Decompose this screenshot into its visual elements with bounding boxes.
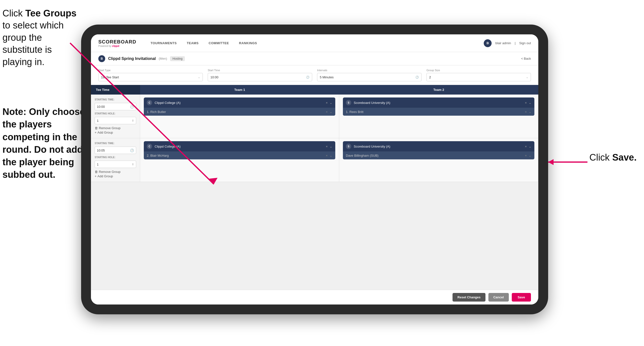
back-button[interactable]: Back: [521, 57, 531, 60]
player-row-3: 2. Blair McHarg × ⌄: [144, 151, 335, 159]
close-icon-3[interactable]: ×: [525, 101, 527, 105]
clock-icon-2: 🕐: [416, 76, 419, 79]
reset-changes-button[interactable]: Reset Changes: [452, 293, 486, 302]
team1-group-2[interactable]: C Clippd College (A) × ⌄ 2. Blair McHarg…: [144, 141, 335, 159]
start-time-label: Start Time: [208, 69, 312, 72]
team2-badge-1: S: [346, 100, 351, 105]
player-name-1: 1. Rich Butler: [147, 110, 166, 114]
team2-group-header-2: S Scoreboard University (A) × ⌄: [343, 141, 534, 151]
chevron-up-icon-3[interactable]: ⌄: [330, 145, 332, 148]
nav-tournaments[interactable]: TOURNAMENTS: [146, 39, 181, 47]
cancel-button[interactable]: Cancel: [488, 293, 509, 302]
team1-group-1[interactable]: C Clippd College (A) × ⌄ 1. Rich Butler …: [144, 97, 335, 116]
hole-input-1[interactable]: 1 ⇕: [95, 117, 136, 124]
nav-committee[interactable]: COMMITTEE: [204, 39, 234, 47]
divider: |: [515, 41, 516, 45]
start-type-value: 1st Tee Start: [101, 75, 119, 79]
team1-badge-2: C: [147, 144, 152, 149]
player-ctrl-1: × ⌄: [326, 110, 332, 114]
table-row: STARTING TIME: 10:00 🕐 STARTING HOLE: 1 …: [91, 94, 538, 138]
nav-rankings[interactable]: RANKINGS: [234, 39, 261, 47]
chevron-down-icon: ⌄: [198, 76, 200, 79]
hosting-badge: Hosting: [170, 56, 185, 61]
close-icon-6[interactable]: ×: [326, 154, 328, 157]
scoreboard-logo: SCOREBOARD Powered by clippd: [98, 39, 136, 47]
table-header: Tee Time Team 1 Team 2: [91, 85, 538, 94]
close-icon-5[interactable]: ×: [326, 145, 328, 148]
th-team2: Team 2: [339, 85, 538, 94]
close-icon-2[interactable]: ×: [326, 110, 328, 114]
team1-badge-1: C: [147, 100, 152, 105]
group-size-input[interactable]: 2 ⌄: [426, 73, 531, 81]
start-type-input[interactable]: 1st Tee Start ⌄: [98, 73, 203, 81]
remove-group-button-1[interactable]: 🗑 Remove Group: [95, 126, 136, 130]
nav-user: B blair admin | Sign out: [484, 39, 531, 47]
close-icon-8[interactable]: ×: [525, 154, 527, 157]
player-name-3: 2. Blair McHarg: [147, 154, 169, 157]
click-save-prefix: Click: [590, 152, 612, 163]
tee-actions-1: 🗑 Remove Group + Add Group: [95, 126, 136, 134]
trash-icon-2: 🗑: [95, 170, 98, 174]
team2-badge-2: S: [346, 144, 351, 149]
group-size-label: Group Size: [426, 69, 531, 72]
chevron-down-icon-4[interactable]: ⌄: [529, 110, 532, 114]
intervals-input[interactable]: 5 Minutes 🕐: [317, 73, 422, 81]
chevron-up-icon-2[interactable]: ⌄: [529, 101, 532, 105]
chevron-up-icon[interactable]: ⌄: [330, 101, 332, 105]
team1-cell-1: C Clippd College (A) × ⌄ 1. Rich Butler …: [140, 94, 339, 138]
tee-left-1: STARTING TIME: 10:00 🕐 STARTING HOLE: 1 …: [91, 94, 140, 138]
plus-icon: +: [95, 131, 96, 134]
clock-icon-3: 🕐: [130, 105, 134, 108]
team1-name-1: Clippd College (A): [154, 101, 323, 105]
remove-group-button-2[interactable]: 🗑 Remove Group: [95, 170, 136, 174]
nav-teams[interactable]: TEAMS: [182, 39, 203, 47]
tee-time-value-2: 10:05: [97, 149, 105, 152]
start-time-input[interactable]: 10:00 🕐: [208, 73, 312, 81]
chevron-down-icon-6[interactable]: ⌄: [529, 154, 532, 157]
team2-ctrl-1: × ⌄: [525, 101, 532, 105]
sign-out-link[interactable]: Sign out: [519, 41, 531, 45]
team2-ctrl-2: × ⌄: [525, 145, 532, 148]
start-type-field: Start Type 1st Tee Start ⌄: [98, 69, 203, 81]
tee-time-value-1: 10:00: [97, 105, 105, 108]
logo-sub: Powered by clippd: [98, 45, 136, 47]
chevron-up-icon-4[interactable]: ⌄: [529, 145, 532, 148]
note-bold: Note:: [2, 107, 29, 117]
starting-time-label-1: STARTING TIME:: [95, 98, 136, 101]
close-icon-4[interactable]: ×: [525, 110, 527, 114]
tee-time-input-2[interactable]: 10:05 🕐: [95, 147, 136, 154]
config-row: Start Type 1st Tee Start ⌄ Start Time 10…: [91, 65, 538, 85]
starting-hole-label-2: STARTING HOLE:: [95, 156, 136, 159]
chevron-down-icon-5[interactable]: ⌄: [330, 154, 332, 157]
th-team1: Team 1: [140, 85, 339, 94]
team2-group-2[interactable]: S Scoreboard University (A) × ⌄ Dave Bil…: [343, 141, 534, 159]
hole-value-1: 1: [97, 119, 98, 123]
chevron-down-icon-2: ⌄: [526, 76, 528, 79]
nav-bar: SCOREBOARD Powered by clippd TOURNAMENTS…: [91, 34, 538, 52]
add-group-button-1[interactable]: + Add Group: [95, 131, 136, 134]
player-name-2: 1. Rees Britt: [346, 110, 364, 114]
close-icon-7[interactable]: ×: [525, 145, 527, 148]
tee-left-2: STARTING TIME: 10:05 🕐 STARTING HOLE: 1 …: [91, 138, 140, 182]
start-type-label: Start Type: [98, 69, 203, 72]
team1-group-header-2: C Clippd College (A) × ⌄: [144, 141, 335, 151]
add-group-button-2[interactable]: + Add Group: [95, 174, 136, 178]
team2-name-2: Scoreboard University (A): [354, 145, 522, 148]
instruction-top-left: Click Tee Groups to select which group t…: [2, 7, 79, 68]
gender-label: (Men): [159, 57, 167, 60]
player-ctrl-3: × ⌄: [326, 154, 332, 157]
tablet-screen: SCOREBOARD Powered by clippd TOURNAMENTS…: [91, 34, 538, 305]
hole-input-2[interactable]: 1 ⇕: [95, 161, 136, 168]
chevron-down-icon-3[interactable]: ⌄: [330, 110, 332, 114]
save-button[interactable]: Save: [512, 293, 531, 302]
team2-name-1: Scoreboard University (A): [354, 101, 522, 105]
group-size-field: Group Size 2 ⌄: [426, 69, 531, 81]
close-icon[interactable]: ×: [326, 101, 328, 105]
sub-header: B Clippd Spring Invitational (Men) Hosti…: [91, 52, 538, 65]
team2-group-1[interactable]: S Scoreboard University (A) × ⌄ 1. Rees …: [343, 97, 534, 116]
team2-group-header-1: S Scoreboard University (A) × ⌄: [343, 97, 534, 108]
intervals-label: Intervals: [317, 69, 422, 72]
player-row-1: 1. Rich Butler × ⌄: [144, 108, 335, 116]
starting-hole-label-1: STARTING HOLE:: [95, 112, 136, 115]
tee-time-input-1[interactable]: 10:00 🕐: [95, 103, 136, 110]
